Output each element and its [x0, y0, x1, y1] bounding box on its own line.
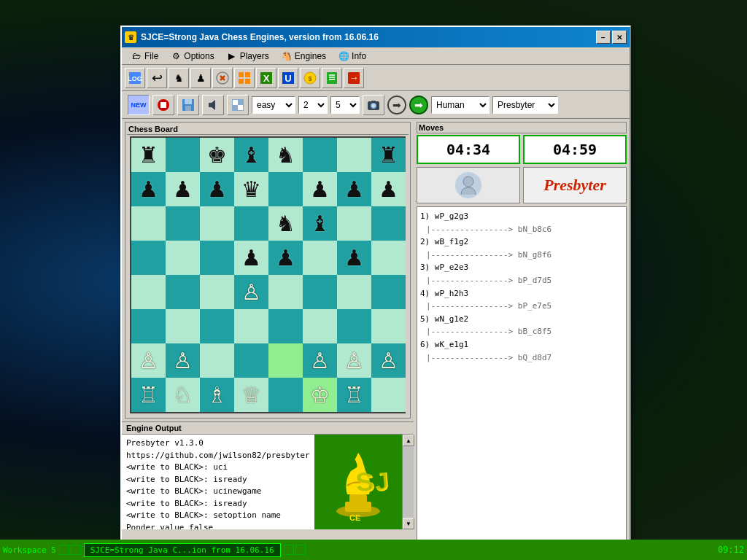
cell-6-4[interactable] — [268, 343, 303, 378]
toolbar-pawn-btn[interactable]: ♟ — [190, 68, 211, 88]
cell-2-0[interactable] — [131, 206, 166, 241]
cell-5-7[interactable] — [371, 309, 406, 343]
menu-engines[interactable]: 🐴 Engines — [275, 49, 332, 63]
ws-dot-2[interactable] — [71, 545, 81, 555]
cell-6-1[interactable]: ♙ — [166, 343, 200, 378]
cell-1-7[interactable]: ♟ — [371, 172, 406, 206]
scroll-up-btn[interactable]: ▲ — [403, 435, 414, 446]
cell-5-5[interactable] — [303, 309, 337, 343]
cell-6-6[interactable]: ♙ — [337, 343, 371, 378]
cell-1-3[interactable]: ♛ — [234, 172, 268, 206]
cell-4-1[interactable] — [166, 275, 200, 309]
cell-4-2[interactable] — [200, 275, 234, 309]
cell-4-0[interactable] — [131, 275, 166, 309]
cell-0-3[interactable]: ♝ — [234, 138, 268, 172]
difficulty-select[interactable]: easy medium hard — [252, 96, 295, 114]
cell-0-2[interactable]: ♚ — [200, 138, 234, 172]
taskbar-app-item[interactable]: SJCE=Strong Java C...ion from 16.06.16 — [84, 543, 281, 557]
cell-1-5[interactable]: ♟ — [303, 172, 337, 206]
cell-1-4[interactable] — [268, 172, 303, 206]
cell-1-1[interactable]: ♟ — [166, 172, 200, 206]
camera-btn[interactable] — [363, 95, 384, 115]
cell-3-0[interactable] — [131, 241, 166, 275]
stop-btn[interactable] — [152, 95, 174, 115]
cell-5-3[interactable] — [234, 309, 268, 343]
cell-6-5[interactable]: ♙ — [303, 343, 337, 378]
cell-0-1[interactable] — [166, 138, 200, 172]
num1-select[interactable]: 1 2 3 — [298, 96, 328, 114]
chess-board[interactable]: ♜♚♝♞♜♟♟♟♛♟♟♟♞♝♟♟♟♙♙♙♙♙♙♖♘♗♕♔♖ — [130, 136, 406, 413]
cell-1-0[interactable]: ♟ — [131, 172, 166, 206]
go-btn2[interactable]: ➡ — [409, 96, 428, 114]
toolbar-game-btn[interactable] — [212, 68, 233, 88]
save-btn[interactable] — [177, 95, 199, 115]
engine-scrollbar[interactable]: ▲ ▼ — [402, 435, 414, 529]
cell-7-3[interactable]: ♕ — [234, 378, 268, 412]
cell-1-6[interactable]: ♟ — [337, 172, 371, 206]
setup-btn[interactable] — [227, 95, 249, 115]
cell-7-7[interactable] — [371, 378, 406, 412]
cell-5-0[interactable] — [131, 309, 166, 343]
cell-5-6[interactable] — [337, 309, 371, 343]
cell-5-4[interactable] — [268, 309, 303, 343]
cell-3-6[interactable]: ♟ — [337, 241, 371, 275]
ws-dot-1[interactable] — [59, 545, 69, 555]
cell-3-4[interactable]: ♟ — [268, 241, 303, 275]
cell-2-1[interactable] — [166, 206, 200, 241]
human-select[interactable]: Human Computer — [431, 96, 489, 114]
cell-4-4[interactable] — [268, 275, 303, 309]
toolbar-log-btn[interactable]: LOG — [125, 68, 145, 88]
cell-3-1[interactable] — [166, 241, 200, 275]
cell-7-0[interactable]: ♖ — [131, 378, 166, 412]
scroll-track[interactable] — [403, 446, 414, 518]
close-button[interactable]: ✕ — [612, 31, 627, 44]
cell-2-5[interactable]: ♝ — [303, 206, 337, 241]
toolbar-undo-btn[interactable]: ↩ — [147, 68, 167, 88]
toolbar-u-btn[interactable]: U — [278, 68, 298, 88]
toolbar-arrow-btn[interactable]: → — [344, 68, 364, 88]
cell-6-7[interactable]: ♙ — [371, 343, 406, 378]
cell-2-4[interactable]: ♞ — [268, 206, 303, 241]
cell-6-0[interactable]: ♙ — [131, 343, 166, 378]
cell-2-7[interactable] — [371, 206, 406, 241]
cell-0-4[interactable]: ♞ — [268, 138, 303, 172]
scroll-down-btn[interactable]: ▼ — [403, 518, 414, 529]
cell-7-6[interactable]: ♖ — [337, 378, 371, 412]
toolbar-x-btn[interactable]: X — [256, 68, 276, 88]
cell-3-3[interactable]: ♟ — [234, 241, 268, 275]
menu-file[interactable]: 🗁 File — [125, 49, 164, 63]
cell-1-2[interactable]: ♟ — [200, 172, 234, 206]
cell-2-3[interactable] — [234, 206, 268, 241]
menu-options[interactable]: ⚙ Options — [164, 49, 220, 63]
sound-btn[interactable] — [202, 95, 224, 115]
cell-4-6[interactable] — [337, 275, 371, 309]
cell-5-1[interactable] — [166, 309, 200, 343]
cell-2-6[interactable] — [337, 206, 371, 241]
cell-6-3[interactable] — [234, 343, 268, 378]
cell-3-7[interactable] — [371, 241, 406, 275]
cell-7-5[interactable]: ♔ — [303, 378, 337, 412]
menu-info[interactable]: 🌐 Info — [332, 49, 372, 63]
engine-select[interactable]: Presbyter Other — [492, 96, 558, 114]
go-btn1[interactable]: ➡ — [387, 96, 406, 114]
new-game-btn[interactable]: NEW — [128, 95, 150, 115]
cell-4-5[interactable] — [303, 275, 337, 309]
toolbar-grid-btn[interactable] — [234, 68, 255, 88]
cell-4-7[interactable] — [371, 275, 406, 309]
cell-4-3[interactable]: ♙ — [234, 275, 268, 309]
toolbar-coin-btn[interactable]: $ — [300, 68, 320, 88]
num2-select[interactable]: 3 4 5 — [330, 96, 360, 114]
cell-0-7[interactable]: ♜ — [371, 138, 406, 172]
toolbar-knight-btn[interactable]: ♞ — [169, 68, 189, 88]
cell-2-2[interactable] — [200, 206, 234, 241]
cell-7-2[interactable]: ♗ — [200, 378, 234, 412]
cell-3-5[interactable] — [303, 241, 337, 275]
cell-6-2[interactable] — [200, 343, 234, 378]
cell-0-0[interactable]: ♜ — [131, 138, 166, 172]
minimize-button[interactable]: − — [596, 31, 611, 44]
cell-0-6[interactable] — [337, 138, 371, 172]
cell-3-2[interactable] — [200, 241, 234, 275]
cell-7-1[interactable]: ♘ — [166, 378, 200, 412]
toolbar-book-btn[interactable] — [322, 68, 342, 88]
cell-0-5[interactable] — [303, 138, 337, 172]
